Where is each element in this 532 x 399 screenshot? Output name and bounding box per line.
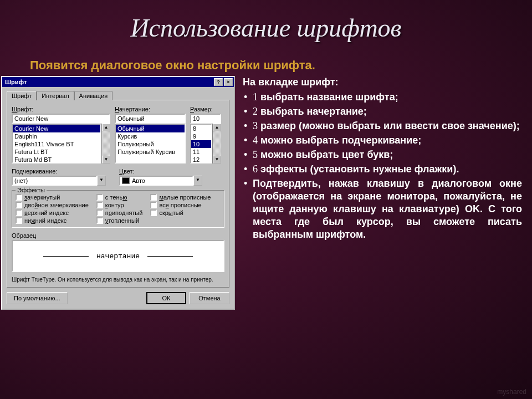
- checkbox-subscript[interactable]: нижний индекс: [16, 217, 89, 224]
- color-swatch: [122, 177, 130, 184]
- dialog-titlebar[interactable]: Шрифт ? ×: [2, 77, 234, 87]
- style-input[interactable]: [115, 114, 186, 124]
- label-font: Шрифт:: [12, 106, 110, 112]
- ok-button[interactable]: ОК: [146, 292, 186, 304]
- checkbox-engrave[interactable]: утопленный: [96, 217, 143, 224]
- help-button[interactable]: ?: [214, 78, 223, 86]
- checkbox-outline[interactable]: контур: [96, 202, 143, 208]
- font-input[interactable]: [12, 114, 110, 124]
- underline-value: (нет): [12, 176, 97, 186]
- list-item[interactable]: Futura Md BT: [13, 156, 100, 163]
- scrollbar[interactable]: ▲▼: [101, 124, 110, 163]
- checkbox-strikethrough[interactable]: зачеркнутый: [16, 194, 89, 201]
- style-listbox[interactable]: Обычный Курсив Полужирный Полужирный Кур…: [115, 124, 186, 163]
- tab-spacing[interactable]: Интервал: [37, 91, 74, 100]
- list-item: 3 размер (можно выбрать или ввести свое …: [253, 120, 522, 132]
- sample-preview: начертание: [12, 240, 224, 272]
- checkbox-allcaps[interactable]: все прописные: [150, 202, 211, 208]
- scroll-down-icon[interactable]: ▼: [102, 156, 110, 163]
- list-item[interactable]: Courier New: [13, 125, 100, 132]
- checkbox-superscript[interactable]: верхний индекс: [16, 209, 89, 216]
- list-item: 4 можно выбрать подчеркивание;: [253, 134, 522, 147]
- list-item[interactable]: 11: [191, 148, 211, 156]
- dialog-title: Шрифт: [3, 79, 213, 85]
- checkbox-double-strike[interactable]: двойное зачеркивание: [16, 202, 89, 208]
- scroll-down-icon[interactable]: ▼: [213, 156, 221, 163]
- checkbox-smallcaps[interactable]: малые прописные: [150, 194, 211, 201]
- hint-text: Шрифт TrueType. Он используется для выво…: [12, 277, 224, 283]
- list-item[interactable]: 8: [191, 125, 211, 132]
- checkbox-shadow[interactable]: с тенью: [96, 194, 143, 201]
- watermark: myshared: [497, 388, 526, 396]
- effects-group: Эффекты зачеркнутый двойное зачеркивание…: [12, 190, 224, 228]
- label-underline: Подчеркивание:: [12, 168, 106, 175]
- tab-strip: Шрифт Интервал Анимация: [7, 90, 229, 100]
- sample-text: начертание: [96, 252, 140, 260]
- list-item[interactable]: Полужирный: [116, 140, 185, 148]
- list-item: Подтвердить, нажав клавишу в диалоговом …: [253, 177, 522, 241]
- chevron-down-icon[interactable]: ▼: [97, 176, 106, 186]
- list-item: 1 выбрать название шрифта;: [253, 91, 522, 104]
- checkbox-hidden[interactable]: скрытый: [150, 209, 211, 216]
- list-item[interactable]: Futura Lt BT: [13, 148, 100, 156]
- color-combo[interactable]: Авто ▼: [119, 176, 202, 186]
- scroll-up-icon[interactable]: ▲: [102, 124, 110, 131]
- list-item[interactable]: Курсив: [116, 132, 185, 140]
- chevron-down-icon[interactable]: ▼: [193, 176, 202, 186]
- size-listbox[interactable]: 8 9 10 11 12: [190, 124, 212, 163]
- list-item[interactable]: 10: [191, 140, 211, 148]
- list-item: 6 эффекты (установить нужные флажки).: [253, 163, 522, 176]
- list-item[interactable]: English111 Vivace BT: [13, 140, 100, 148]
- label-size: Размер:: [190, 106, 221, 112]
- list-item: 5 можно выбрать цвет букв;: [253, 149, 522, 161]
- explanation-text: На вкладке шрифт: 1 выбрать название шри…: [243, 76, 522, 310]
- list-item[interactable]: 9: [191, 132, 211, 140]
- list-item[interactable]: Обычный: [116, 125, 185, 132]
- slide-title: Использование шрифтов: [0, 0, 532, 43]
- close-button[interactable]: ×: [224, 78, 233, 86]
- font-listbox[interactable]: Courier New Dauphin English111 Vivace BT…: [12, 124, 101, 163]
- default-button[interactable]: По умолчанию...: [7, 292, 68, 304]
- list-item[interactable]: 12: [191, 156, 211, 163]
- list-item: 2 выбрать начертание;: [253, 105, 522, 118]
- list-item[interactable]: Dauphin: [13, 132, 100, 140]
- label-effects: Эффекты: [16, 187, 47, 193]
- label-style: Начертание:: [115, 106, 186, 112]
- label-sample: Образец: [12, 232, 36, 239]
- color-value: Авто: [119, 176, 193, 186]
- checkbox-emboss[interactable]: приподнятый: [96, 209, 143, 216]
- list-item[interactable]: Полужирный Курсив: [116, 148, 185, 156]
- size-input[interactable]: [190, 114, 221, 124]
- tab-font[interactable]: Шрифт: [7, 91, 37, 100]
- slide-subtitle: Появится диалоговое окно настройки шрифт…: [30, 58, 532, 73]
- cancel-button[interactable]: Отмена: [190, 292, 229, 304]
- scrollbar[interactable]: ▲▼: [212, 124, 221, 163]
- font-dialog: Шрифт ? × Шрифт Интервал Анимация Шрифт:…: [1, 76, 235, 310]
- tab-animation[interactable]: Анимация: [74, 91, 113, 100]
- rhs-heading: На вкладке шрифт:: [243, 76, 522, 89]
- underline-combo[interactable]: (нет) ▼: [12, 176, 106, 186]
- scroll-up-icon[interactable]: ▲: [213, 124, 221, 131]
- label-color: Цвет:: [119, 168, 202, 175]
